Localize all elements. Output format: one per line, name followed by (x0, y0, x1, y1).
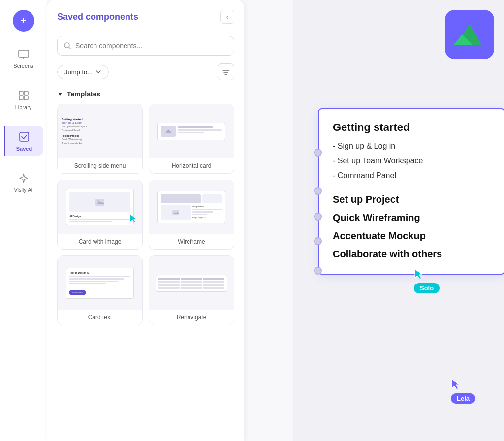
card-label-horizontal-card: Horizontal card (149, 158, 234, 173)
jump-label: Jump to... (64, 68, 93, 76)
saved-label: Saved (16, 146, 32, 152)
library-icon (17, 89, 31, 102)
template-card-card-text[interactable]: Text to Design AI Learn more Card text (57, 255, 143, 325)
saved-icon (17, 130, 31, 144)
gs-title: Getting started (333, 121, 490, 134)
card-preview-card-with-image: AI Design (58, 180, 142, 234)
mountain-logo-graphic (452, 20, 487, 49)
svg-marker-14 (167, 130, 170, 131)
sidebar: + Screens Library Saved Visily AI (0, 0, 47, 441)
screens-icon (17, 47, 31, 61)
gs-section-3: Collaborate with others (333, 244, 490, 262)
card-label-wireframe: Wireframe (149, 234, 234, 249)
sidebar-item-library[interactable]: Library (4, 85, 43, 114)
svg-marker-23 (415, 269, 422, 279)
getting-started-card: Getting started - Sign up & Log in - Set… (318, 108, 504, 275)
card-label-scrolling-side-menu: Scrolling side menu (58, 158, 142, 173)
template-card-horizontal-card[interactable]: Horizontal card (149, 104, 234, 174)
cursor-solo-in-card (129, 214, 138, 225)
templates-section: ▼ Templates Getting started Sign up & Lo… (47, 86, 244, 441)
cursor-solo-canvas: Solo (414, 268, 440, 293)
gs-item-1: - Set up Team Workspace (333, 154, 490, 168)
template-card-wireframe[interactable]: Image Name Magic Image → Wireframe (149, 180, 234, 250)
collapse-panel-button[interactable]: ‹ (220, 10, 234, 24)
card-preview-scrolling-side-menu: Getting started Sign up & Login → Set up… (58, 104, 142, 158)
collapse-icon: ‹ (226, 13, 229, 21)
card-label-card-with-image: Card with image (58, 234, 142, 249)
section-collapse-icon[interactable]: ▼ (57, 91, 63, 97)
add-screen-button[interactable]: + (13, 10, 34, 32)
svg-line-9 (69, 47, 70, 49)
search-area (47, 30, 244, 60)
plus-icon: + (20, 15, 27, 26)
visily-ai-icon (17, 171, 31, 185)
library-label: Library (15, 104, 32, 110)
chevron-down-icon (95, 69, 101, 75)
card-label-card-text: Card text (58, 310, 142, 325)
gs-item-2: - Command Panel (333, 168, 490, 183)
search-icon (63, 42, 71, 50)
svg-rect-5 (19, 96, 23, 100)
cursor-solo-arrow (414, 268, 425, 280)
connector-dot-5 (314, 267, 322, 275)
svg-rect-6 (24, 96, 28, 100)
section-title: Templates (67, 90, 100, 98)
template-card-card-with-image[interactable]: AI Design Card with image (57, 180, 143, 250)
jump-to-dropdown[interactable]: Jump to... (57, 65, 109, 79)
visily-ai-label: Visily AI (14, 187, 32, 193)
card-preview-horizontal-card (149, 104, 234, 158)
card-preview-renavigate (149, 256, 234, 310)
app-logo (445, 10, 494, 59)
panel-title: Saved components (57, 12, 138, 22)
filter-row: Jump to... (47, 60, 244, 86)
templates-grid: Getting started Sign up & Login → Set up… (57, 104, 234, 325)
svg-marker-24 (452, 379, 459, 389)
svg-rect-7 (20, 132, 29, 141)
svg-rect-0 (19, 50, 29, 57)
main-panel: Saved components ‹ Jump to... (47, 0, 293, 441)
gs-section-2: Accentuate Mockup (333, 225, 490, 244)
cursor-leia-canvas: Leia (451, 378, 475, 404)
gs-item-0: - Sign up & Log in (333, 139, 490, 154)
components-panel: Saved components ‹ Jump to... (47, 0, 244, 441)
cursor-leia-label: Leia (451, 393, 475, 404)
cursor-leia-arrow (451, 378, 462, 390)
card-preview-wireframe: Image Name Magic Image → (149, 180, 234, 234)
connector-dot-2 (314, 187, 322, 195)
card-preview-card-text: Text to Design AI Learn more (58, 256, 142, 310)
search-box (57, 36, 234, 56)
svg-rect-3 (19, 91, 23, 95)
gs-section-0: Set up Project (333, 189, 490, 207)
filter-icon (222, 68, 230, 76)
template-card-renavigate[interactable]: Renavigate (149, 255, 234, 325)
section-header: ▼ Templates (57, 86, 234, 104)
template-card-scrolling-side-menu[interactable]: Getting started Sign up & Login → Set up… (57, 104, 143, 174)
sidebar-item-saved[interactable]: Saved (4, 126, 43, 156)
card-label-renavigate: Renavigate (149, 310, 234, 325)
canvas-area: Getting started - Sign up & Log in - Set… (293, 0, 504, 441)
svg-rect-13 (166, 131, 171, 133)
search-input[interactable] (75, 42, 228, 50)
connector-dot-3 (314, 213, 322, 220)
svg-rect-4 (24, 91, 28, 95)
sidebar-item-visily-ai[interactable]: Visily AI (4, 167, 43, 197)
gs-section-1: Quick Wireframing (333, 207, 490, 225)
svg-point-17 (97, 200, 99, 202)
connector-dot-4 (314, 237, 322, 245)
svg-marker-18 (130, 215, 136, 222)
panel-header: Saved components ‹ (47, 0, 244, 30)
screens-label: Screens (13, 63, 33, 69)
connector-dot-1 (314, 149, 322, 157)
cursor-solo-label: Solo (414, 283, 440, 293)
sidebar-item-screens[interactable]: Screens (4, 43, 43, 73)
filter-button[interactable] (218, 63, 234, 80)
